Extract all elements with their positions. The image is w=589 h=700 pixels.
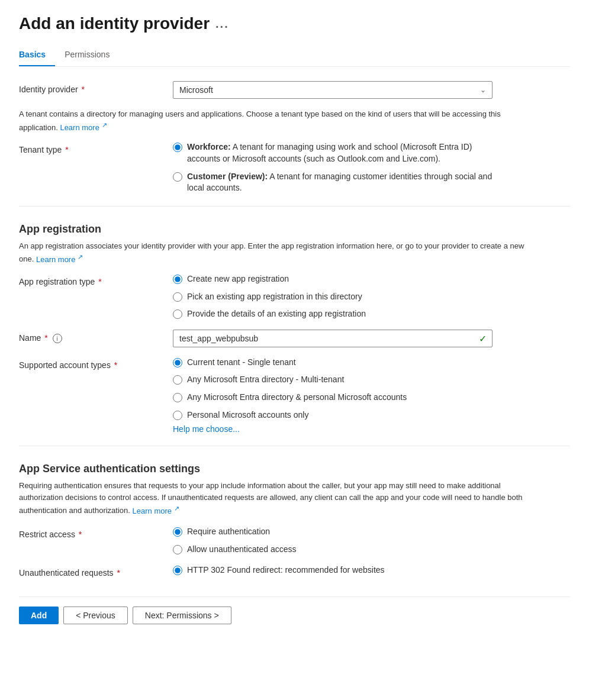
add-button[interactable]: Add bbox=[19, 607, 59, 624]
app-registration-learn-more-link[interactable]: Learn more ↗ bbox=[36, 255, 83, 264]
personal-only-option[interactable]: Personal Microsoft accounts only bbox=[173, 409, 570, 421]
account-types-radio-group: Current tenant - Single tenant Any Micro… bbox=[173, 357, 570, 421]
provide-details-label: Provide the details of an existing app r… bbox=[187, 308, 366, 320]
name-info-icon[interactable]: i bbox=[53, 334, 62, 343]
identity-provider-row: Identity provider * Microsoft ⌄ bbox=[19, 81, 570, 99]
create-new-label: Create new app registration bbox=[187, 273, 289, 285]
tenant-type-label: Tenant type * bbox=[19, 141, 173, 154]
external-link-icon-2: ↗ bbox=[78, 253, 83, 260]
section-divider-1 bbox=[19, 206, 570, 207]
help-me-choose-link[interactable]: Help me choose... bbox=[173, 424, 240, 434]
app-registration-type-radio-group: Create new app registration Pick an exis… bbox=[173, 273, 570, 320]
app-registration-info: An app registration associates your iden… bbox=[19, 240, 540, 265]
external-link-icon: ↗ bbox=[102, 121, 107, 128]
provide-details-option[interactable]: Provide the details of an existing app r… bbox=[173, 308, 570, 320]
pick-existing-option[interactable]: Pick an existing app registration in thi… bbox=[173, 291, 570, 303]
name-input[interactable] bbox=[173, 330, 493, 347]
unauth-requests-label: Unauthenticated requests * bbox=[19, 564, 173, 578]
require-auth-option[interactable]: Require authentication bbox=[173, 526, 570, 538]
current-tenant-label: Current tenant - Single tenant bbox=[187, 357, 296, 369]
account-types-label: Supported account types * bbox=[19, 357, 173, 370]
tab-basics[interactable]: Basics bbox=[19, 45, 55, 66]
current-tenant-option[interactable]: Current tenant - Single tenant bbox=[173, 357, 570, 369]
any-entra-personal-option[interactable]: Any Microsoft Entra directory & personal… bbox=[173, 392, 570, 404]
current-tenant-radio[interactable] bbox=[173, 358, 182, 367]
tenant-info-text: A tenant contains a directory for managi… bbox=[19, 108, 540, 133]
tenant-type-radio-group: Workforce: A tenant for managing using w… bbox=[173, 141, 570, 193]
page-title: Add an identity provider bbox=[19, 14, 210, 33]
require-auth-label: Require authentication bbox=[187, 526, 270, 538]
any-entra-personal-label: Any Microsoft Entra directory & personal… bbox=[187, 392, 407, 404]
http302-radio[interactable] bbox=[173, 566, 182, 575]
personal-only-label: Personal Microsoft accounts only bbox=[187, 409, 308, 421]
tab-bar: Basics Permissions bbox=[19, 45, 570, 67]
next-permissions-button[interactable]: Next: Permissions > bbox=[133, 607, 231, 624]
tenant-workforce-option[interactable]: Workforce: A tenant for managing using w… bbox=[173, 141, 570, 164]
name-input-wrapper: ✓ bbox=[173, 330, 493, 347]
footer-buttons: Add < Previous Next: Permissions > bbox=[19, 596, 570, 624]
app-registration-title: App registration bbox=[19, 223, 570, 236]
identity-provider-dropdown[interactable]: Microsoft ⌄ bbox=[173, 81, 493, 99]
any-entra-radio[interactable] bbox=[173, 375, 182, 385]
provide-details-radio[interactable] bbox=[173, 309, 182, 319]
identity-provider-value: Microsoft bbox=[179, 85, 213, 95]
tenant-type-content: Workforce: A tenant for managing using w… bbox=[173, 141, 570, 193]
require-auth-radio[interactable] bbox=[173, 527, 182, 537]
app-service-learn-more-link[interactable]: Learn more ↗ bbox=[133, 507, 179, 515]
unauth-requests-radio-group: HTTP 302 Found redirect: recommended for… bbox=[173, 564, 570, 576]
unauth-requests-content: HTTP 302 Found redirect: recommended for… bbox=[173, 564, 570, 576]
any-entra-label: Any Microsoft Entra directory - Multi-te… bbox=[187, 374, 344, 386]
account-types-content: Current tenant - Single tenant Any Micro… bbox=[173, 357, 570, 434]
identity-provider-label: Identity provider * bbox=[19, 81, 173, 94]
tenant-workforce-radio[interactable] bbox=[173, 143, 182, 152]
unauth-requests-row: Unauthenticated requests * HTTP 302 Foun… bbox=[19, 564, 570, 578]
previous-button[interactable]: < Previous bbox=[63, 607, 128, 624]
name-row: Name * i ✓ bbox=[19, 330, 570, 347]
input-check-icon: ✓ bbox=[479, 333, 487, 344]
allow-unauth-radio[interactable] bbox=[173, 545, 182, 554]
restrict-access-content: Require authentication Allow unauthentic… bbox=[173, 526, 570, 555]
personal-only-radio[interactable] bbox=[173, 411, 182, 420]
app-service-info: Requiring authentication ensures that re… bbox=[19, 480, 540, 517]
restrict-access-row: Restrict access * Require authentication… bbox=[19, 526, 570, 555]
app-registration-type-content: Create new app registration Pick an exis… bbox=[173, 273, 570, 320]
allow-unauth-option[interactable]: Allow unauthenticated access bbox=[173, 544, 570, 556]
section-divider-2 bbox=[19, 446, 570, 446]
app-service-title: App Service authentication settings bbox=[19, 463, 570, 475]
any-entra-personal-radio[interactable] bbox=[173, 393, 182, 402]
restrict-access-label: Restrict access * bbox=[19, 526, 173, 539]
pick-existing-radio[interactable] bbox=[173, 292, 182, 302]
allow-unauth-label: Allow unauthenticated access bbox=[187, 544, 296, 556]
tenant-learn-more-link[interactable]: Learn more ↗ bbox=[60, 123, 107, 132]
identity-provider-required: * bbox=[79, 85, 85, 94]
account-types-row: Supported account types * Current tenant… bbox=[19, 357, 570, 434]
app-registration-type-row: App registration type * Create new app r… bbox=[19, 273, 570, 320]
name-label: Name * i bbox=[19, 330, 173, 344]
any-entra-option[interactable]: Any Microsoft Entra directory - Multi-te… bbox=[173, 374, 570, 386]
http302-option[interactable]: HTTP 302 Found redirect: recommended for… bbox=[173, 564, 570, 576]
app-registration-type-label: App registration type * bbox=[19, 273, 173, 286]
identity-provider-content: Microsoft ⌄ bbox=[173, 81, 570, 99]
create-new-option[interactable]: Create new app registration bbox=[173, 273, 570, 285]
name-content: ✓ bbox=[173, 330, 570, 347]
tenant-type-row: Tenant type * Workforce: A tenant for ma… bbox=[19, 141, 570, 193]
tenant-customer-radio[interactable] bbox=[173, 172, 182, 182]
tenant-customer-option[interactable]: Customer (Preview): A tenant for managin… bbox=[173, 171, 570, 194]
http302-label: HTTP 302 Found redirect: recommended for… bbox=[187, 564, 385, 576]
create-new-radio[interactable] bbox=[173, 275, 182, 284]
external-link-icon-3: ↗ bbox=[174, 504, 179, 511]
restrict-access-radio-group: Require authentication Allow unauthentic… bbox=[173, 526, 570, 555]
tenant-customer-label: Customer (Preview): A tenant for managin… bbox=[187, 171, 495, 194]
tenant-workforce-label: Workforce: A tenant for managing using w… bbox=[187, 141, 495, 164]
page-title-ellipsis: ... bbox=[215, 17, 229, 31]
tab-permissions[interactable]: Permissions bbox=[65, 45, 119, 66]
pick-existing-label: Pick an existing app registration in thi… bbox=[187, 291, 362, 303]
chevron-down-icon: ⌄ bbox=[480, 86, 486, 94]
